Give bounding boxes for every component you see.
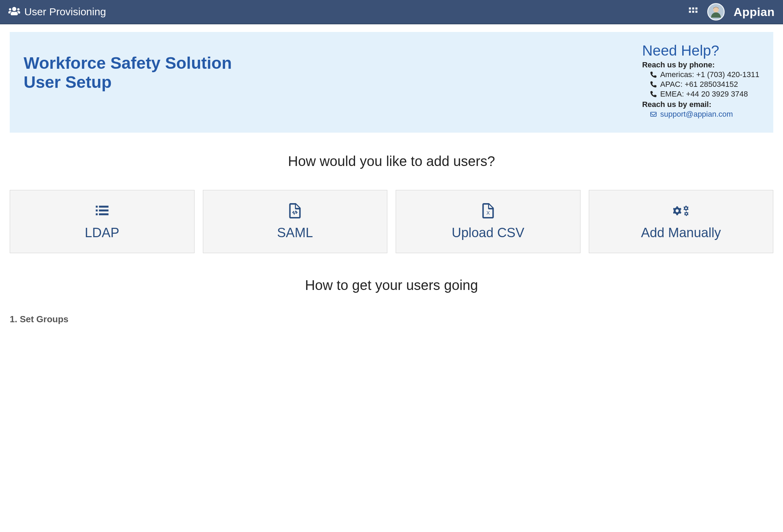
svg-rect-13 <box>99 213 109 215</box>
option-upload-csv[interactable]: X Upload CSV <box>396 190 580 253</box>
help-title: Need Help? <box>642 42 759 59</box>
option-add-manually-label: Add Manually <box>641 225 721 240</box>
svg-rect-11 <box>99 209 109 211</box>
svg-rect-10 <box>96 209 98 211</box>
option-upload-csv-label: Upload CSV <box>452 225 524 240</box>
phone-icon <box>650 81 657 88</box>
banner: Workforce Safety Solution User Setup Nee… <box>10 32 773 133</box>
list-icon <box>94 203 110 218</box>
option-ldap-label: LDAP <box>85 225 119 240</box>
file-code-icon <box>287 203 303 218</box>
option-add-manually[interactable]: Add Manually <box>589 190 774 253</box>
top-bar: User Provisioning Appian <box>0 0 783 24</box>
phone-icon <box>650 72 657 78</box>
svg-rect-8 <box>96 206 98 208</box>
gears-icon <box>673 203 689 218</box>
phone-icon <box>650 91 657 97</box>
svg-text:X: X <box>486 210 490 215</box>
app-title: User Provisioning <box>24 6 106 18</box>
help-email-link[interactable]: support@appian.com <box>660 110 733 119</box>
svg-rect-4 <box>692 11 694 13</box>
svg-rect-3 <box>689 11 691 13</box>
svg-rect-0 <box>689 8 691 10</box>
help-phone-label: Reach us by phone: <box>642 60 759 69</box>
help-phone-americas-text: Americas: +1 (703) 420-1311 <box>660 70 759 79</box>
help-phone-apac: APAC: +61 285034152 <box>642 80 759 89</box>
help-phone-emea: EMEA: +44 20 3929 3748 <box>642 90 759 99</box>
help-phone-emea-text: EMEA: +44 20 3929 3748 <box>660 90 748 99</box>
top-left: User Provisioning <box>8 5 106 18</box>
svg-rect-9 <box>99 206 109 208</box>
option-saml[interactable]: SAML <box>203 190 388 253</box>
avatar[interactable] <box>707 3 725 20</box>
add-users-question: How would you like to add users? <box>10 153 773 169</box>
page-title-line2: User Setup <box>24 73 112 91</box>
top-right: Appian <box>689 3 775 20</box>
brand-logo: Appian <box>734 5 775 19</box>
envelope-icon <box>650 111 657 117</box>
help-box: Need Help? Reach us by phone: Americas: … <box>642 42 759 119</box>
add-users-options: LDAP SAML X Upload CSV Add Manually <box>10 190 773 253</box>
svg-rect-5 <box>695 11 698 13</box>
apps-grid-icon[interactable] <box>689 6 698 17</box>
help-phone-apac-text: APAC: +61 285034152 <box>660 80 738 89</box>
get-going-heading: How to get your users going <box>10 277 773 293</box>
svg-rect-1 <box>692 8 694 10</box>
file-excel-icon: X <box>480 203 496 218</box>
help-email-label: Reach us by email: <box>642 100 759 109</box>
option-ldap[interactable]: LDAP <box>10 190 195 253</box>
help-phone-americas: Americas: +1 (703) 420-1311 <box>642 70 759 79</box>
help-email: support@appian.com <box>642 110 759 119</box>
option-saml-label: SAML <box>277 225 313 240</box>
users-icon <box>8 5 20 18</box>
page-title: Workforce Safety Solution User Setup <box>24 53 232 92</box>
step-1-set-groups: 1. Set Groups <box>10 314 773 325</box>
page-content: Workforce Safety Solution User Setup Nee… <box>0 32 783 339</box>
page-title-line1: Workforce Safety Solution <box>24 54 232 72</box>
svg-rect-12 <box>96 213 98 215</box>
svg-rect-2 <box>695 8 698 10</box>
